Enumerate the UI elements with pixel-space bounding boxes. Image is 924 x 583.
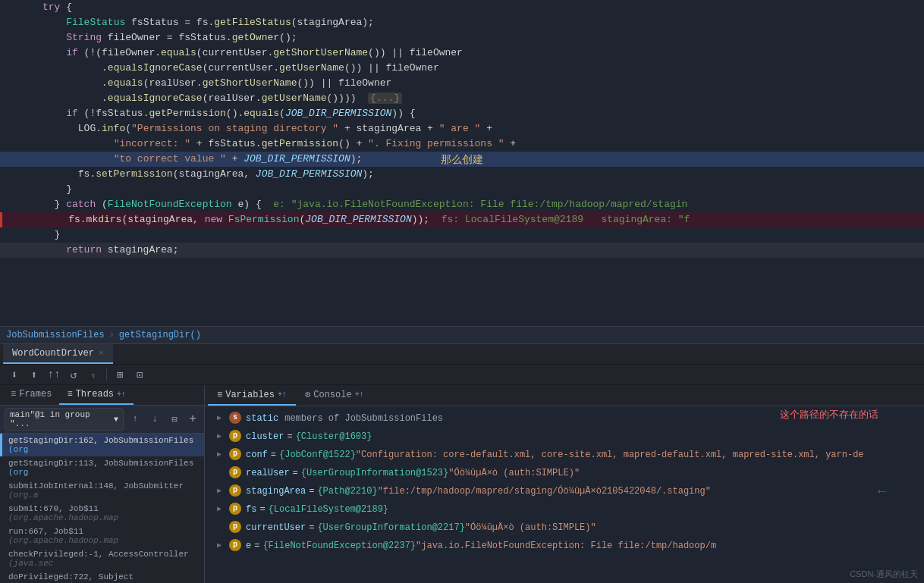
code-line: "incorrect: " + fsStatus.getPermission()…	[0, 136, 924, 152]
var-value: "file:/tmp/hadoop/mapred/staging/Óö¼ûµÄ×…	[378, 484, 711, 498]
frame-method: checkPrivileged:-1, AccessController (ja…	[8, 550, 198, 568]
expand-icon[interactable]: ▶	[217, 539, 226, 553]
frame-method: submitJobInternal:148, JobSubmitter (org…	[8, 481, 198, 500]
variables-tab-badge: +↑	[278, 390, 287, 399]
toolbar-grid-btn[interactable]: ⊞	[112, 366, 128, 383]
var-value: "Óö¼ûµÄ×ò (auth:SIMPLE)"	[448, 466, 580, 480]
watermark-text: CSDN-通风的柱天	[850, 569, 918, 578]
threads-tab-badge: +↑	[117, 390, 126, 399]
threads-toolbar: main"@1 in group "... ▼ ↑ ↓ ⊟ +	[0, 406, 204, 434]
console-tab-label: Console	[313, 390, 351, 400]
code-line: FileStatus fsStatus = fs.getFileStatus(s…	[0, 15, 924, 30]
private-icon: p	[229, 539, 241, 551]
thread-add-btn[interactable]: +	[186, 412, 200, 426]
expand-icon[interactable]: ▶	[217, 412, 226, 425]
private-icon: p	[229, 448, 241, 460]
thread-up-btn[interactable]: ↑	[127, 411, 143, 428]
editor-tab-bar: WordCountDriver ×	[0, 344, 924, 365]
frames-list: getStagingDir:162, JobSubmissionFiles (o…	[0, 434, 204, 583]
var-ref: {Path@2210}	[317, 484, 377, 498]
expand-icon[interactable]: ▶	[217, 484, 226, 498]
left-debug-panel: ≡ Frames ≡ Threads +↑ main"@1 in group "…	[0, 385, 205, 583]
code-line: if (!fsStatus.getPermission().equals(JOB…	[0, 106, 924, 121]
code-line-highlighted: "to correct value " + JOB_DIR_PERMISSION…	[0, 152, 924, 167]
tab-variables[interactable]: ≡ Variables +↑	[208, 385, 296, 406]
var-item-currentuser[interactable]: ▶ p currentUser = {UserGroupInformation@…	[205, 519, 924, 537]
frame-method: submit:670, Job$11 (org.apache.hadoop.ma…	[8, 504, 198, 522]
thread-selector-dropdown[interactable]: main"@1 in group "... ▼	[5, 408, 124, 431]
frame-item-1[interactable]: getStagingDir:113, JobSubmissionFiles (o…	[0, 456, 204, 479]
var-value: members of JobSubmissionFiles	[284, 412, 443, 425]
private-icon: p	[229, 521, 241, 533]
var-item-realuser[interactable]: ▶ p realUser = {UserGroupInformation@152…	[205, 464, 924, 482]
toolbar-up-btn[interactable]: ⬆	[26, 366, 42, 383]
frame-item-3[interactable]: submit:670, Job$11 (org.apache.hadoop.ma…	[0, 502, 204, 525]
var-name: e	[246, 539, 251, 553]
expand-icon[interactable]: ▶	[217, 503, 226, 516]
var-item-stagingarea[interactable]: ▶ p stagingArea = {Path@2210} "file:/tmp…	[205, 482, 924, 500]
var-ref: {LocalFileSystem@2189}	[269, 503, 388, 516]
var-item-exception[interactable]: ▶ p e = {FileNotFoundException@2237} "ja…	[205, 537, 924, 555]
left-panel-tabs: ≡ Frames ≡ Threads +↑	[0, 385, 204, 406]
frame-method: run:667, Job$11 (org.apache.hadoop.map	[8, 527, 198, 545]
frame-method: getStagingDir:113, JobSubmissionFiles (o…	[8, 459, 198, 477]
frame-item-0[interactable]: getStagingDir:162, JobSubmissionFiles (o…	[0, 434, 204, 456]
var-name: fs	[246, 503, 256, 516]
thread-selector-value: main"@1 in group "...	[10, 410, 114, 428]
var-item-conf[interactable]: ▶ p conf = {JobConf@1522} "Configuration…	[205, 446, 924, 464]
frame-method: getStagingDir:162, JobSubmissionFiles (o…	[8, 436, 198, 454]
frame-item-2[interactable]: submitJobInternal:148, JobSubmitter (org…	[0, 479, 204, 502]
code-line: .equalsIgnoreCase(currentUser.getUserNam…	[0, 61, 924, 76]
expand-icon: ▶	[217, 466, 226, 480]
toolbar-download-btn[interactable]: ⬇	[6, 366, 23, 383]
breadcrumb-file[interactable]: JobSubmissionFiles	[6, 330, 105, 340]
code-line-error: fs.mkdirs(stagingArea, new FsPermission(…	[0, 212, 924, 227]
breadcrumb-method[interactable]: getStagingDir()	[119, 330, 201, 340]
var-name: stagingArea	[246, 484, 306, 498]
var-item-cluster[interactable]: ▶ p cluster = {Cluster@1603}	[205, 428, 924, 446]
variables-tab-icon: ≡	[217, 390, 222, 400]
var-item-fs[interactable]: ▶ p fs = {LocalFileSystem@2189}	[205, 500, 924, 519]
toolbar-separator	[106, 368, 107, 381]
var-name: conf	[246, 448, 268, 462]
var-name: currentUser	[246, 521, 306, 534]
console-tab-badge: +↑	[355, 390, 364, 399]
tab-threads[interactable]: ≡ Threads +↑	[59, 385, 134, 405]
expand-icon: ▶	[217, 521, 226, 534]
toolbar-list-btn[interactable]: ⊡	[131, 366, 148, 383]
annotation-label: 这个路径的不存在的话	[780, 409, 878, 420]
variables-tab-label: Variables	[225, 390, 275, 400]
thread-filter-btn[interactable]: ⊟	[166, 411, 183, 428]
toolbar-type-btn[interactable]: ₜ	[85, 366, 102, 383]
frame-item-4[interactable]: run:667, Job$11 (org.apache.hadoop.map	[0, 525, 204, 547]
tab-console[interactable]: ⚙ Console +↑	[296, 385, 373, 406]
tab-close-button[interactable]: ×	[99, 349, 104, 358]
var-value: "Configuration: core-default.xml, core-s…	[356, 448, 864, 462]
frame-item-6[interactable]: doPrivileged:722, Subject (javax.securit…	[0, 570, 204, 583]
expand-icon[interactable]: ▶	[217, 448, 226, 462]
variables-list: 这个路径的不存在的话 ▶ s static members of JobSubm…	[205, 406, 924, 583]
threads-tab-icon: ≡	[67, 389, 72, 400]
frames-tab-icon: ≡	[11, 389, 16, 400]
frames-tab-label: Frames	[19, 389, 52, 400]
var-ref: {Cluster@1603}	[296, 430, 372, 444]
var-ref: {UserGroupInformation@2217}	[317, 521, 464, 534]
code-line: fs.setPermission(stagingArea, JOB_DIR_PE…	[0, 167, 924, 182]
tab-frames[interactable]: ≡ Frames	[3, 385, 59, 405]
right-debug-panel: ≡ Variables +↑ ⚙ Console +↑ 这个路径的不存在的话 ▶…	[205, 385, 924, 583]
tab-label: WordCountDriver	[12, 348, 94, 359]
private-icon: p	[229, 503, 241, 515]
toolbar-step-over-btn[interactable]: ↑↑	[46, 366, 62, 383]
variables-annotation: 这个路径的不存在的话	[780, 408, 878, 422]
private-icon: p	[229, 484, 241, 497]
debug-toolbar: ⬇ ⬆ ↑↑ ↺ ₜ ⊞ ⊡	[0, 365, 924, 385]
toolbar-refresh-btn[interactable]: ↺	[65, 366, 82, 383]
tab-wordcountdriver[interactable]: WordCountDriver ×	[3, 344, 113, 364]
expand-icon[interactable]: ▶	[217, 430, 226, 444]
thread-down-btn[interactable]: ↓	[146, 411, 163, 428]
watermark: CSDN-通风的柱天	[850, 569, 918, 580]
code-line: LOG.info("Permissions on staging directo…	[0, 121, 924, 136]
var-value: "Óö¼ûµÄ×ò (auth:SIMPLE)"	[465, 521, 596, 534]
code-line: try {	[0, 0, 924, 15]
frame-item-5[interactable]: checkPrivileged:-1, AccessController (ja…	[0, 547, 204, 570]
